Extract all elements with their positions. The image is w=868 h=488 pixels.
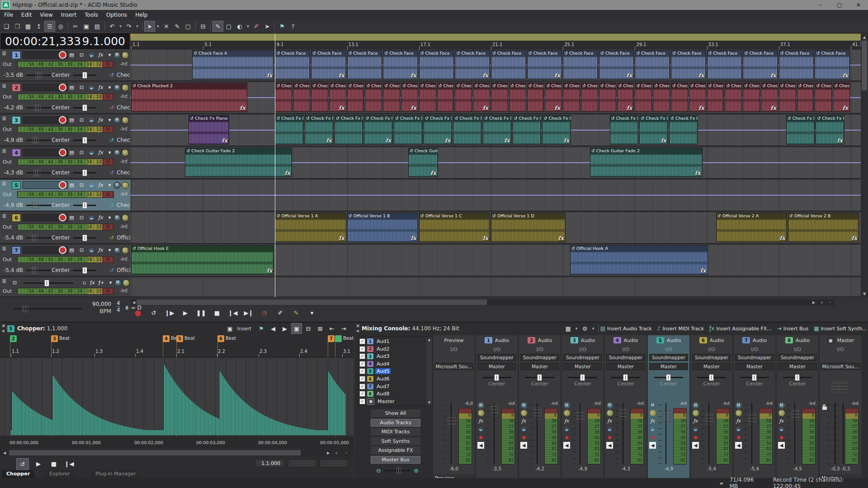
- audio-event[interactable]: ↺ Check Pluck: [275, 83, 292, 112]
- publish-icon[interactable]: ↥: [33, 21, 44, 32]
- bus-mute-icon[interactable]: ⊡: [11, 279, 19, 286]
- audio-event[interactable]: ↺ Check Pluck: [725, 83, 742, 112]
- audio-event[interactable]: ↺ Check Guitafx: [408, 148, 438, 177]
- strip-mute-icon[interactable]: M: [650, 402, 656, 408]
- insert-selection-icon[interactable]: ▣: [224, 323, 235, 334]
- audio-event[interactable]: ↺ Check Pluckfx: [329, 83, 346, 112]
- audio-event[interactable]: ↺ Check Facefx: [383, 50, 418, 80]
- audio-event[interactable]: ↺ Check Plucked 2fx: [131, 83, 247, 112]
- audio-event[interactable]: ↺ Check Fx P: [610, 115, 639, 145]
- audio-event[interactable]: ↺ Check Fx Pi: [275, 115, 304, 145]
- automation-settings-icon[interactable]: ▤: [68, 214, 75, 221]
- audio-event[interactable]: ↺ Check Fx Piano 2fx: [189, 115, 229, 145]
- audio-event[interactable]: ↺ Check Pluckfx: [833, 83, 850, 112]
- track-visible-checkbox[interactable]: ✓: [359, 353, 365, 359]
- mute-icon[interactable]: ⊡: [78, 149, 85, 156]
- track-lane-6[interactable]: ↺ Official Verse 1 Afx↺ Official Verse 1…: [130, 212, 861, 244]
- record-arm-icon[interactable]: [59, 214, 66, 221]
- redo-dropdown-icon[interactable]: ▾: [134, 21, 140, 32]
- record-button[interactable]: ●: [132, 307, 144, 318]
- strip-phase-icon[interactable]: ◒: [735, 426, 742, 432]
- time-display-timecode[interactable]: 00:00:21,333: [5, 35, 81, 48]
- fader-thumb[interactable]: [705, 413, 713, 425]
- strip-monitor-icon[interactable]: ◀: [477, 442, 484, 449]
- automation-settings-icon[interactable]: ▤: [68, 51, 75, 59]
- audio-event[interactable]: ↺ Check Pluckfx: [473, 83, 490, 112]
- track-volume-slider[interactable]: [26, 75, 52, 76]
- strip-fx-icon[interactable]: ƒx: [477, 418, 484, 424]
- strip-output-button[interactable]: Microsoft Sou...: [821, 363, 860, 370]
- audio-event[interactable]: ↺ Check Face: [275, 50, 310, 80]
- play-button[interactable]: ▶: [179, 307, 191, 318]
- list-scroll-up-icon[interactable]: ▲: [428, 338, 430, 342]
- track-number-badge[interactable]: 4: [12, 149, 21, 157]
- event-fx-icon[interactable]: fx: [555, 72, 560, 79]
- scroll-down-icon[interactable]: ▼: [862, 291, 867, 296]
- audio-event[interactable]: ↺ Check Pluckfx: [689, 83, 706, 112]
- strip-mute-icon[interactable]: M: [564, 402, 570, 408]
- track-fx-icon[interactable]: ƒx: [97, 181, 104, 189]
- insert-midi-track-button[interactable]: ♪Insert MIDI Track: [657, 325, 704, 332]
- strip-output-button[interactable]: Master: [649, 363, 688, 370]
- strip-record-arm-icon[interactable]: ●: [520, 434, 527, 441]
- track-volume-slider[interactable]: [26, 270, 52, 271]
- audio-event[interactable]: ↺ Check Pluck: [419, 83, 436, 112]
- strip-device-button[interactable]: Soundmapper: [778, 354, 817, 361]
- audio-event[interactable]: ↺ Check Pluck: [383, 83, 400, 112]
- volume-slider-thumb[interactable]: [32, 202, 39, 209]
- audio-event[interactable]: ↺ Check Pluck: [653, 83, 670, 112]
- track-pan-slider[interactable]: [73, 172, 96, 174]
- chopper-position-value[interactable]: 1.1.000: [255, 459, 284, 467]
- automation-settings-icon[interactable]: ▤: [68, 84, 75, 91]
- audio-event[interactable]: ↺ Check Facefx: [527, 50, 562, 80]
- event-fx-icon[interactable]: fx: [267, 72, 272, 79]
- audio-event[interactable]: ↺ Official Verse 2 Afx: [716, 213, 787, 242]
- audio-event[interactable]: ↺ Check Fx Pi: [453, 115, 482, 145]
- volume-envelope-line[interactable]: [130, 195, 861, 196]
- strip-name-row[interactable]: 4Audio: [605, 336, 646, 344]
- audio-event[interactable]: ↺ Check Pluck: [293, 83, 310, 112]
- event-fx-icon[interactable]: fx: [770, 72, 776, 79]
- timeline-vertical-scrollbar[interactable]: ▲ ▼: [861, 33, 868, 297]
- strip-io-row[interactable]: I/O: [562, 345, 604, 353]
- play-from-start-button[interactable]: ❙▶: [164, 307, 175, 318]
- track-dropdown-icon[interactable]: ▾: [106, 149, 113, 156]
- track-dropdown-icon[interactable]: ▾: [106, 181, 113, 189]
- solo-indicator-icon[interactable]: S!: [121, 84, 129, 91]
- strip-record-arm-icon[interactable]: ●: [477, 434, 484, 441]
- strip-mute-icon[interactable]: M: [693, 402, 699, 408]
- audio-event[interactable]: ↺ Check Face: [347, 50, 382, 80]
- whats-this-icon[interactable]: ?: [288, 21, 298, 32]
- strip-monitor-icon[interactable]: ◀: [606, 442, 613, 449]
- chopper-value-2[interactable]: [288, 459, 316, 467]
- record-options-dropdown-button[interactable]: ▾: [306, 307, 318, 318]
- vscrollbar-thumb[interactable]: [862, 41, 867, 90]
- pan-slider-thumb[interactable]: [82, 169, 87, 176]
- strip-io-row[interactable]: I/O: [734, 345, 775, 353]
- audio-event[interactable]: ↺ Check Fx Pi: [335, 115, 363, 145]
- strip-mute-icon[interactable]: M: [478, 402, 484, 408]
- strip-solo-icon[interactable]: S!: [607, 410, 613, 416]
- chopper-scrollbar-thumb[interactable]: [9, 450, 301, 455]
- track-volume-slider[interactable]: [26, 140, 52, 141]
- track-number-badge[interactable]: 5: [12, 181, 21, 189]
- minimize-button[interactable]: –: [811, 0, 830, 10]
- event-fx-icon[interactable]: fx: [410, 72, 416, 79]
- insert-audio-track-button[interactable]: ▤Insert Audio Track: [600, 325, 652, 332]
- strip-monitor-icon[interactable]: ◀: [649, 442, 656, 449]
- audio-event[interactable]: ↺ Check Fx Pfx: [816, 115, 844, 145]
- audio-event[interactable]: ↺ Check Face: [563, 50, 598, 80]
- mute-icon[interactable]: ⊡: [78, 116, 85, 124]
- audio-event[interactable]: ↺ Official Hook Efx: [131, 245, 274, 275]
- shift-right-icon[interactable]: ▶: [279, 323, 290, 334]
- chopper-scroll-left-icon[interactable]: ◀: [2, 450, 7, 455]
- event-fx-icon[interactable]: fx: [483, 105, 488, 111]
- track-pan-slider[interactable]: [73, 237, 96, 239]
- event-fx-icon[interactable]: fx: [627, 72, 632, 79]
- track-lane-1[interactable]: ↺ Check Face Afx↺ Check Face↺ Check Face…: [130, 50, 861, 81]
- mixer-list-item-aud6[interactable]: ✓6Aud6: [359, 375, 427, 383]
- strip-io-row[interactable]: I/O: [648, 345, 689, 353]
- stop-button[interactable]: ■: [211, 307, 223, 318]
- new-file-icon[interactable]: ❏: [1, 21, 12, 32]
- strip-device-button[interactable]: Soundmapper: [606, 354, 645, 361]
